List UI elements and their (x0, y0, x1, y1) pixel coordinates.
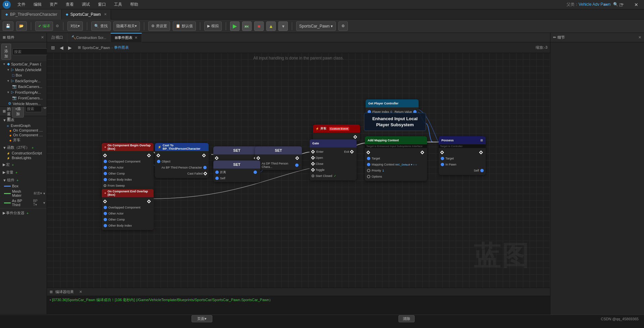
bp-kaiche[interactable]: ◆ 开车 (0, 137, 47, 143)
tree-item-backspring[interactable]: ▼ ▷ BackSpringAr... (0, 78, 47, 84)
other-comp-pin: Other Comp (102, 171, 154, 177)
var-box[interactable]: Box (0, 183, 47, 189)
add-var-icon[interactable]: + (15, 171, 17, 175)
bp-functions-header[interactable]: ▼ 函数（27可） + (0, 144, 47, 151)
tree-item-backcamera[interactable]: 📷 BackCamers... (0, 84, 47, 89)
clear-button[interactable]: 清除 (398, 315, 415, 322)
add-evt-icon[interactable]: + (26, 211, 29, 215)
node-set2[interactable]: SET As DP Third Person Chara... (255, 146, 302, 170)
sub-tab-construction[interactable]: 🔨 Construction Scr... (67, 33, 111, 42)
bp-construction-script[interactable]: ⚡ ConstructionScript (0, 151, 47, 155)
tree-item-mesh[interactable]: ▼ ▷ Mesh (VehicleM (0, 67, 47, 73)
bottom-panel: ⊞ 编译器结果 ✕ • [0730.36]SportsCar_Pawn 编译成功… (47, 288, 550, 315)
bp-graph-header[interactable]: ▼ 图表 (0, 117, 47, 123)
pawn-dropdown[interactable]: SportsCar_Pawn ▾ (296, 21, 336, 31)
sub-tab-viewport[interactable]: 🎥 视口 (47, 33, 67, 42)
add-comp-var-icon[interactable]: + (16, 178, 18, 182)
save-button[interactable]: 💾 (3, 21, 13, 31)
node-cast-to[interactable]: ⚡ Cast To BP_ThirdPersonCharacter Object… (155, 143, 209, 178)
bp-variables-header[interactable]: ▶ 变量 + (0, 169, 47, 176)
bp-on-end[interactable]: ◆ On Component End ... (0, 133, 47, 137)
add-func-icon[interactable]: + (32, 146, 34, 150)
breadcrumb: ⊞ SportsCar_Pawn › 事件图表 (75, 45, 534, 50)
tree-item-frontspring[interactable]: ▼ ▷ FrontSpringAr... (0, 89, 47, 95)
bp-on-begin[interactable]: ◆ On Component Begi... (0, 128, 47, 133)
sub-tab-event-graph[interactable]: ⊞ 事件图表 ✕ (111, 33, 142, 42)
bp-search[interactable] (25, 107, 42, 112)
close-btn[interactable]: ✕ (629, 0, 644, 9)
diff-button[interactable]: 对比▾ (67, 21, 83, 31)
my-blueprint-panel: ⊞ 我的蓝图 +添加 ⚙ ▼ 图表 ≋ EventGraph ◆ On (0, 107, 47, 315)
toolbar-separator-7 (292, 22, 292, 30)
end-exec-pin (102, 198, 154, 204)
right-panel: ✏ 细节 ✕ (550, 33, 644, 315)
add-bp-button[interactable]: +添加 (12, 107, 24, 118)
menu-edit[interactable]: 编辑 (32, 1, 43, 8)
node-end-overlap[interactable]: ● On Component End Overlap (Box) Overlap… (102, 189, 154, 230)
defaults-button[interactable]: 📋 默认值 (173, 21, 196, 31)
browse-button[interactable]: 📂 (16, 21, 27, 31)
var-mesh-mater[interactable]: Mesh Mater 材质▾ ▾ (0, 189, 47, 198)
tree-item-vehiclemove[interactable]: ⚙ Vehicle Movem... (0, 101, 47, 106)
tree-item-root[interactable]: ▼ ◆ SportsCar_Pawn ( (0, 61, 47, 67)
menu-file[interactable]: 文件 (16, 1, 27, 8)
bp-brakelights[interactable]: ⚡ BrakeLights (0, 155, 47, 160)
other-body-pin: Other Body Index (102, 177, 154, 183)
bp-comp-header[interactable]: ▼ 组件 + (0, 177, 47, 183)
compile-button[interactable]: ✔ 编译 (35, 21, 53, 31)
node-set3[interactable]: SET 距离 Self (213, 160, 260, 182)
node-possess[interactable]: Possess ⊞ Target is Controller Target In… (439, 136, 486, 175)
node-gate[interactable]: Gate Enter Exit Open Close Toggle Start … (310, 139, 357, 180)
node-begin-overlap[interactable]: ● On Component Begin Overlap (Box) Overl… (102, 143, 154, 196)
canvas-toolbar: ⊞ ◀ ▶ ⊞ SportsCar_Pawn › 事件图表 缩放:-3 (47, 42, 550, 53)
page-button[interactable]: 页面▾ (192, 315, 212, 322)
menu-window[interactable]: 窗口 (97, 1, 107, 8)
pause-button[interactable]: ▲ (266, 21, 276, 31)
bp-macro-header[interactable]: ▶ 宏 + (0, 161, 47, 168)
hide-unrelated-button[interactable]: 隐藏不相关▾ (113, 21, 140, 31)
csdn-label: CSDN @qq_45869365 (601, 317, 639, 321)
menu-help[interactable]: 帮助 (129, 1, 140, 8)
chevron-icon: ▾ (43, 191, 45, 196)
details-close-btn[interactable]: ✕ (638, 35, 641, 40)
tab-sportscar-pawn[interactable]: ◆ SportsCar_Pawn ✕ (62, 9, 111, 19)
tree-item-box[interactable]: □ Box (0, 73, 47, 78)
node-kaiche[interactable]: ⚡ 开车 Custom Event (313, 125, 360, 141)
maximize-btn[interactable]: □ (613, 0, 629, 9)
canvas-back-btn[interactable]: ◀ (58, 44, 65, 51)
add-component-button[interactable]: + 添加 (1, 44, 11, 60)
find-button[interactable]: 🔍 查找 (91, 21, 111, 31)
more-button[interactable]: ▾ (278, 21, 288, 31)
settings-button[interactable]: ⚙ (338, 21, 348, 31)
bp-eventgraph[interactable]: ≋ EventGraph (0, 123, 47, 128)
blueprint-canvas[interactable]: All input handling is done in the parent… (47, 53, 550, 288)
menu-debug[interactable]: 调试 (80, 1, 91, 8)
compiler-close-btn[interactable]: ✕ (79, 290, 82, 294)
bp-evt-header[interactable]: ▶ 事件分发器 + (0, 210, 47, 216)
add-macro-icon[interactable]: + (12, 163, 14, 167)
sub-tabs: 🎥 视口 🔨 Construction Scr... ⊞ 事件图表 ✕ (47, 33, 550, 42)
class-settings-button[interactable]: ⚙ 类设置 (148, 21, 170, 31)
node-add-mapping[interactable]: Add Mapping Context Target is Enhanced I… (365, 136, 427, 181)
var-as-bp-third[interactable]: As BP Third BP T▾ ▾ (0, 198, 47, 207)
menu-view[interactable]: 查看 (64, 1, 75, 8)
step-button[interactable]: ⏭ (242, 21, 252, 31)
tab-bp-thirdperson[interactable]: ◆ BP_ThirdPersonCharacter (1, 9, 62, 19)
toolbar-separator-5 (200, 22, 200, 30)
tab-close-icon[interactable]: ✕ (104, 12, 107, 16)
toolbar-separator-2 (63, 22, 63, 30)
menu-tools[interactable]: 工具 (113, 1, 123, 8)
simulate-button[interactable]: ▶ 模拟 (204, 21, 222, 31)
minimize-btn[interactable]: ─ (598, 0, 613, 9)
main-layout: ⊞ 组件 ✕ + 添加 ▼ ◆ SportsCar_Pawn ( ▼ ▷ Mes… (0, 33, 644, 315)
stop-button[interactable]: ■ (254, 21, 264, 31)
play-button[interactable]: ▶ (230, 21, 239, 31)
components-close-btn[interactable]: ✕ (41, 35, 44, 40)
canvas-forward-btn[interactable]: ▶ (67, 44, 73, 51)
menu-asset[interactable]: 资产 (48, 1, 59, 8)
sub-tab-close-icon[interactable]: ✕ (135, 36, 138, 40)
canvas-home-btn[interactable]: ⊞ (50, 44, 56, 51)
bp-settings-icon[interactable]: ⚙ (43, 107, 47, 118)
tree-item-frontcamera[interactable]: 📷 FrontCamers... (0, 95, 47, 101)
bp-components-section: ▼ 组件 + Box Mesh Mater 材质▾ ▾ As BP Third (0, 176, 47, 208)
